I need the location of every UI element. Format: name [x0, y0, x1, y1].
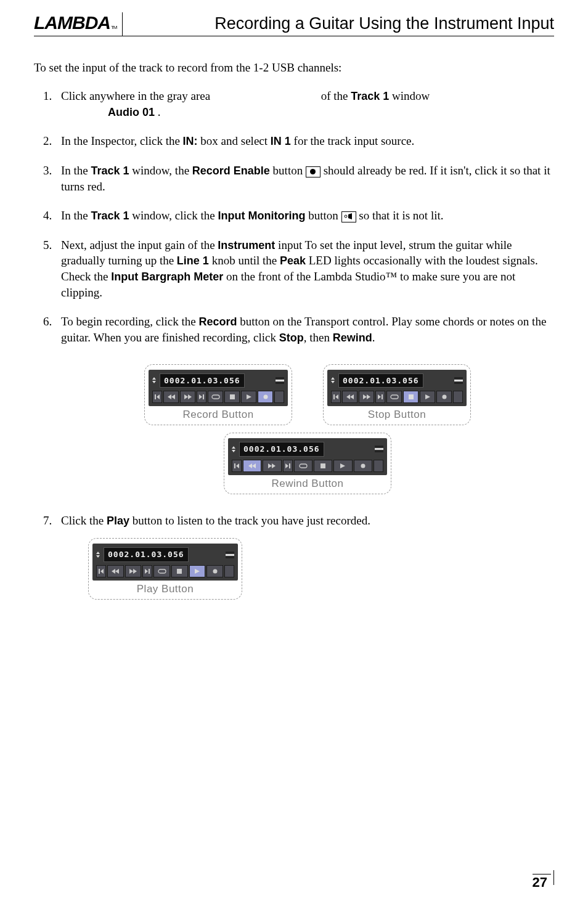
- record-enable-icon: [306, 166, 321, 177]
- svg-rect-26: [234, 463, 235, 468]
- cycle-icon: [153, 565, 170, 577]
- step-6: To begin recording, click the Record but…: [55, 314, 554, 494]
- svg-rect-11: [230, 394, 235, 399]
- ffwd-icon: [263, 460, 281, 472]
- rewind-icon: [107, 565, 124, 577]
- goto-end-icon: [197, 391, 206, 403]
- svg-marker-20: [378, 394, 381, 399]
- goto-end-icon: [283, 460, 293, 472]
- timecode: 0002.01.03.056: [338, 373, 423, 388]
- timecode: 0002.01.03.056: [239, 442, 324, 457]
- ffwd-icon: [125, 565, 142, 577]
- svg-marker-7: [188, 394, 192, 399]
- play-caption: Play Button: [92, 582, 238, 597]
- ffwd-icon: [180, 391, 195, 403]
- figure-stop: 0002.01.03.056: [323, 364, 471, 425]
- step-1: Click anywhere in the gray area of the T…: [55, 88, 554, 120]
- svg-rect-38: [99, 569, 100, 574]
- page-footer: 27: [533, 874, 554, 891]
- rewind-caption: Rewind Button: [228, 477, 387, 491]
- svg-rect-21: [382, 394, 383, 399]
- svg-marker-48: [195, 569, 200, 574]
- page-number: 27: [533, 874, 551, 891]
- svg-marker-3: [157, 394, 160, 399]
- svg-marker-29: [252, 463, 256, 468]
- goto-start-icon: [152, 391, 162, 403]
- svg-marker-17: [350, 394, 354, 399]
- svg-rect-34: [300, 464, 307, 468]
- svg-marker-40: [112, 569, 115, 574]
- svg-rect-46: [158, 569, 166, 573]
- timecode: 0002.01.03.056: [104, 547, 189, 562]
- record-icon: [206, 565, 223, 577]
- svg-marker-44: [145, 569, 148, 574]
- stop-icon: [224, 391, 240, 403]
- step-2: In the Inspector, click the IN: box and …: [55, 133, 554, 149]
- goto-start-icon: [331, 391, 341, 403]
- rewind-icon: [342, 391, 357, 403]
- svg-marker-1: [348, 213, 352, 219]
- svg-rect-22: [391, 395, 398, 399]
- transport-buttons: [152, 391, 284, 403]
- stop-caption: Stop Button: [327, 408, 467, 422]
- intro-text: To set the input of the track to record …: [34, 61, 554, 75]
- logo: LAMBDATM: [34, 12, 123, 36]
- svg-marker-6: [184, 394, 188, 399]
- input-monitoring-icon: [341, 211, 356, 222]
- svg-marker-24: [425, 394, 430, 399]
- svg-point-25: [442, 395, 446, 399]
- rewind-icon: [163, 391, 179, 403]
- figure-rewind: 0002.01.03.056: [224, 433, 391, 494]
- extra-icon: [453, 391, 463, 403]
- svg-point-0: [345, 215, 347, 218]
- svg-point-13: [263, 395, 267, 399]
- step-7: Click the Play button to listen to the t…: [55, 513, 554, 600]
- svg-marker-4: [168, 394, 171, 399]
- rewind-icon: [243, 460, 261, 472]
- svg-marker-19: [367, 394, 370, 399]
- svg-marker-5: [171, 394, 175, 399]
- ffwd-icon: [359, 391, 374, 403]
- figure-play: 0002.01.03.056: [88, 538, 242, 599]
- svg-rect-23: [409, 394, 414, 399]
- play-icon: [189, 565, 206, 577]
- svg-marker-42: [129, 569, 133, 574]
- svg-rect-14: [333, 394, 335, 399]
- stop-icon: [314, 460, 332, 472]
- step-5: Next, adjust the input gain of the Instr…: [55, 237, 554, 301]
- logo-tm: TM: [111, 25, 117, 30]
- goto-start-icon: [96, 565, 106, 577]
- play-icon: [333, 460, 352, 472]
- svg-rect-35: [321, 463, 325, 468]
- svg-rect-10: [212, 395, 219, 399]
- svg-marker-27: [236, 463, 239, 468]
- extra-icon: [374, 460, 383, 472]
- figure-record: 0002.01.03.056: [144, 364, 292, 425]
- svg-marker-8: [199, 394, 202, 399]
- svg-marker-41: [115, 569, 119, 574]
- goto-end-icon: [142, 565, 152, 577]
- goto-start-icon: [232, 460, 242, 472]
- stop-icon: [171, 565, 188, 577]
- step-4: In the Track 1 window, click the Input M…: [55, 208, 554, 224]
- goto-end-icon: [375, 391, 385, 403]
- svg-marker-30: [268, 463, 272, 468]
- svg-point-49: [213, 569, 217, 573]
- svg-point-37: [361, 463, 365, 468]
- svg-marker-15: [335, 394, 338, 399]
- extra-icon: [224, 565, 234, 577]
- stop-icon: [403, 391, 419, 403]
- cycle-icon: [294, 460, 312, 472]
- play-icon: [420, 391, 435, 403]
- svg-rect-47: [177, 569, 182, 574]
- timecode: 0002.01.03.056: [160, 373, 245, 388]
- svg-marker-39: [100, 569, 104, 574]
- record-icon: [354, 460, 372, 472]
- svg-rect-33: [289, 463, 290, 468]
- record-icon: [258, 391, 273, 403]
- svg-marker-12: [247, 394, 251, 399]
- svg-marker-43: [133, 569, 137, 574]
- svg-marker-28: [248, 463, 252, 468]
- svg-marker-32: [285, 463, 288, 468]
- svg-marker-16: [346, 394, 350, 399]
